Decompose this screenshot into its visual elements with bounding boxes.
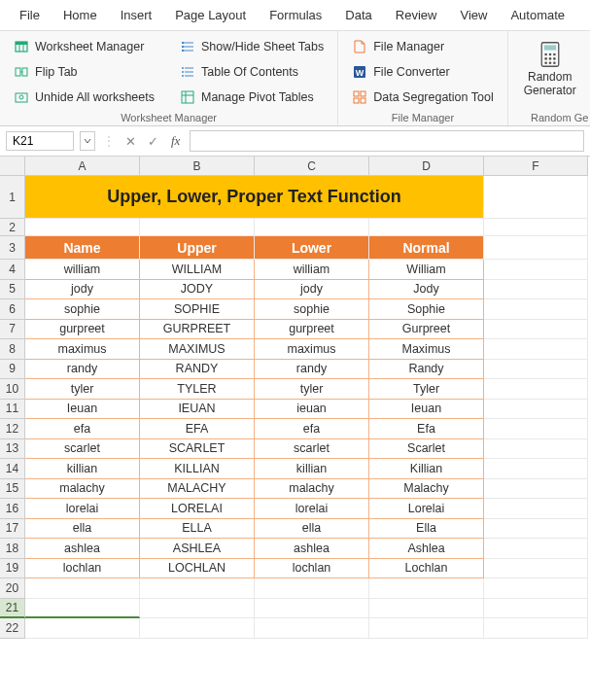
accept-formula-button[interactable]: ✓ — [145, 134, 161, 149]
cell-lower-11[interactable]: ieuan — [255, 400, 369, 420]
btn-table-of-contents[interactable]: Table Of Contents — [176, 62, 328, 82]
menu-automate[interactable]: Automate — [499, 4, 576, 26]
row-head-1[interactable]: 1 — [0, 176, 25, 219]
row-head-2[interactable]: 2 — [0, 219, 25, 236]
cell-lower-9[interactable]: randy — [255, 360, 369, 380]
formula-bar[interactable] — [190, 130, 584, 152]
cell-f10[interactable] — [484, 379, 588, 400]
cell-name-14[interactable]: killian — [25, 459, 140, 479]
cell-lower-12[interactable]: efa — [255, 419, 369, 439]
cell-f4[interactable] — [484, 260, 588, 280]
cell-normal-18[interactable]: Ashlea — [369, 539, 484, 559]
cell-upper-15[interactable]: MALACHY — [140, 479, 255, 500]
btn-worksheet-manager[interactable]: Worksheet Manager — [10, 37, 158, 56]
menu-view[interactable]: View — [448, 4, 499, 26]
name-box-dropdown[interactable] — [80, 131, 95, 151]
cell-upper-19[interactable]: LOCHLAN — [140, 559, 255, 579]
cell-lower-15[interactable]: malachy — [255, 479, 369, 500]
cell-upper-7[interactable]: GURPREET — [140, 320, 255, 340]
col-head-A[interactable]: A — [25, 157, 140, 176]
cell-f1[interactable] — [484, 176, 588, 219]
cell-name-7[interactable]: gurpreet — [25, 320, 140, 340]
cell-f6[interactable] — [484, 299, 588, 320]
row-head-20[interactable]: 20 — [0, 578, 25, 599]
cell-lower-5[interactable]: jody — [255, 280, 369, 300]
btn-file-manager[interactable]: File Manager — [348, 37, 497, 56]
cell-lower-13[interactable]: scarlet — [255, 439, 369, 460]
cell-f16[interactable] — [484, 499, 588, 519]
cell-f3[interactable] — [484, 236, 588, 260]
btn-data-segregation-tool[interactable]: Data Segregation Tool — [348, 88, 497, 107]
col-head-F[interactable]: F — [484, 157, 588, 176]
cell-A21[interactable] — [25, 599, 140, 619]
cell-F21[interactable] — [484, 599, 588, 619]
cell-D21[interactable] — [369, 599, 484, 619]
cell-upper-8[interactable]: MAXIMUS — [140, 339, 255, 360]
menu-formulas[interactable]: Formulas — [258, 4, 333, 26]
cell-D22[interactable] — [369, 618, 484, 639]
cell-name-4[interactable]: william — [25, 260, 140, 280]
row-head-18[interactable]: 18 — [0, 539, 25, 559]
cell-name-18[interactable]: ashlea — [25, 539, 140, 559]
row-head-12[interactable]: 12 — [0, 419, 25, 439]
col-head-C[interactable]: C — [255, 157, 369, 176]
row-head-7[interactable]: 7 — [0, 320, 25, 340]
cell-name-6[interactable]: sophie — [25, 299, 140, 320]
cell-C2[interactable] — [255, 219, 369, 236]
row-head-11[interactable]: 11 — [0, 400, 25, 420]
row-head-6[interactable]: 6 — [0, 299, 25, 320]
row-head-16[interactable]: 16 — [0, 499, 25, 519]
menu-review[interactable]: Review — [384, 4, 449, 26]
menu-data[interactable]: Data — [333, 4, 383, 26]
cell-upper-6[interactable]: SOPHIE — [140, 299, 255, 320]
cell-normal-6[interactable]: Sophie — [369, 299, 484, 320]
cell-lower-4[interactable]: william — [255, 260, 369, 280]
cell-lower-6[interactable]: sophie — [255, 299, 369, 320]
cell-F2[interactable] — [484, 219, 588, 236]
cell-lower-17[interactable]: ella — [255, 519, 369, 540]
row-head-9[interactable]: 9 — [0, 360, 25, 380]
cell-D20[interactable] — [369, 578, 484, 599]
menu-home[interactable]: Home — [52, 4, 109, 26]
cell-normal-8[interactable]: Maximus — [369, 339, 484, 360]
cell-normal-10[interactable]: Tyler — [369, 379, 484, 400]
cell-normal-12[interactable]: Efa — [369, 419, 484, 439]
row-head-14[interactable]: 14 — [0, 459, 25, 479]
cell-name-5[interactable]: jody — [25, 280, 140, 300]
btn-flip-tab[interactable]: Flip Tab — [10, 62, 158, 82]
cell-upper-13[interactable]: SCARLET — [140, 439, 255, 460]
cell-lower-18[interactable]: ashlea — [255, 539, 369, 559]
btn-manage-pivot-tables[interactable]: Manage Pivot Tables — [176, 88, 328, 107]
cell-f9[interactable] — [484, 360, 588, 380]
cell-A2[interactable] — [25, 219, 140, 236]
cell-f12[interactable] — [484, 419, 588, 439]
cell-upper-4[interactable]: WILLIAM — [140, 260, 255, 280]
cell-f7[interactable] — [484, 320, 588, 340]
cell-f14[interactable] — [484, 459, 588, 479]
random-generator-button[interactable]: RandomGenerator — [518, 37, 582, 101]
cell-normal-7[interactable]: Gurpreet — [369, 320, 484, 340]
cell-name-10[interactable]: tyler — [25, 379, 140, 400]
header-normal[interactable]: Normal — [369, 236, 484, 260]
row-head-8[interactable]: 8 — [0, 339, 25, 360]
menu-file[interactable]: File — [8, 4, 52, 26]
select-all-corner[interactable] — [0, 157, 25, 176]
cell-f17[interactable] — [484, 519, 588, 540]
cell-f13[interactable] — [484, 439, 588, 460]
cell-lower-7[interactable]: gurpreet — [255, 320, 369, 340]
cell-name-19[interactable]: lochlan — [25, 559, 140, 579]
cell-upper-17[interactable]: ELLA — [140, 519, 255, 540]
cell-upper-16[interactable]: LORELAI — [140, 499, 255, 519]
cell-lower-14[interactable]: killian — [255, 459, 369, 479]
cell-normal-16[interactable]: Lorelai — [369, 499, 484, 519]
cell-normal-9[interactable]: Randy — [369, 360, 484, 380]
cell-name-15[interactable]: malachy — [25, 479, 140, 500]
btn-show-hide-sheet-tabs[interactable]: Show/Hide Sheet Tabs — [176, 37, 328, 56]
title-cell[interactable]: Upper, Lower, Proper Text Function — [25, 176, 484, 219]
row-head-15[interactable]: 15 — [0, 479, 25, 500]
row-head-5[interactable]: 5 — [0, 280, 25, 300]
cell-upper-18[interactable]: ASHLEA — [140, 539, 255, 559]
header-lower[interactable]: Lower — [255, 236, 369, 260]
cell-normal-13[interactable]: Scarlet — [369, 439, 484, 460]
row-head-21[interactable]: 21 — [0, 599, 25, 619]
